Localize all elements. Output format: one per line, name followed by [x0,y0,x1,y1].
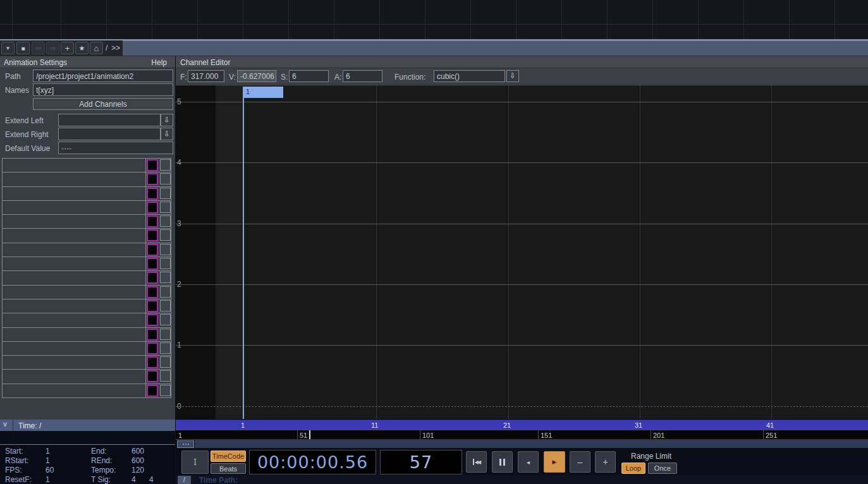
help-link[interactable]: Help [151,58,167,67]
home-button[interactable]: ⌂ [90,42,103,54]
beats-toggle-button[interactable]: Beats [211,463,246,474]
channel-flag-toggle[interactable] [160,215,171,227]
function-dropdown-button[interactable]: ⇩ [506,70,519,82]
channel-flag-toggle[interactable] [160,272,171,283]
channel-name-cell[interactable] [3,356,146,369]
channel-name-cell[interactable] [3,328,146,341]
graph-playhead[interactable] [243,87,244,419]
channel-name-cell[interactable] [3,342,146,355]
channel-name-cell[interactable] [3,187,146,200]
channel-name-cell[interactable] [3,299,146,313]
frame-ruler[interactable]: 1 11 21 31 41 [176,420,868,430]
channel-name-cell[interactable] [3,229,146,242]
global-timeline[interactable]: 1 51 101 151 201 251 [176,430,868,440]
channel-flag-toggle[interactable] [160,229,171,241]
path-field[interactable]: /project1/project1/animation2 [33,70,173,82]
play-button[interactable]: ▶ [544,451,565,473]
path-bar[interactable] [123,40,868,56]
names-field[interactable]: t[xyz] [33,83,173,96]
channel-list-row[interactable] [3,384,171,397]
channel-list-row[interactable] [3,243,171,257]
time-path-separator-button[interactable]: / [178,476,191,484]
channel-flag-toggle[interactable] [160,159,171,171]
channel-color-swatch[interactable] [147,159,158,171]
extend-left-field[interactable] [58,114,161,126]
channel-graph[interactable]: 5 4 3 2 1 0 1 [176,85,868,419]
channel-color-swatch[interactable] [147,370,158,382]
channel-flag-toggle[interactable] [160,173,171,185]
channel-list-row[interactable] [3,187,171,201]
channel-name-cell[interactable] [3,257,146,270]
scrollbar-thumb[interactable] [195,440,868,448]
channel-list-row[interactable] [3,328,171,342]
extend-left-dropdown-button[interactable]: ⇩ [161,114,173,126]
slope-field[interactable]: 6 [289,70,329,82]
channel-color-swatch[interactable] [147,329,158,341]
path-expand-label[interactable]: >> [111,44,120,52]
step-back-button[interactable]: ◂ [518,451,539,473]
dropdown-button[interactable]: ▼ [1,42,15,54]
loop-button[interactable]: Loop [621,463,645,474]
channel-color-swatch[interactable] [147,258,158,270]
channel-flag-toggle[interactable] [160,188,171,199]
selected-key-label[interactable]: 1 [244,87,283,98]
channel-name-cell[interactable] [3,271,146,284]
channel-name-cell[interactable] [3,370,146,383]
forward-button[interactable]: ⇨ [46,42,59,54]
channel-flag-toggle[interactable] [160,286,171,298]
network-editor-background[interactable] [0,0,868,39]
frame-display[interactable]: 57 [380,450,462,475]
function-field[interactable]: cubic() [434,70,505,82]
time-section-header[interactable]: ∨ Time: / [0,420,175,431]
chevron-down-icon[interactable]: ∨ [3,420,8,428]
add-channels-button[interactable]: Add Channels [33,98,173,110]
channel-name-cell[interactable] [3,159,146,172]
channel-list-row[interactable] [3,172,171,186]
favorites-button[interactable]: ★ [75,42,89,54]
extend-right-field[interactable] [58,128,161,140]
value-field[interactable]: -0.627006 [237,70,276,82]
channel-flag-toggle[interactable] [160,314,171,325]
frame-field[interactable]: 317.000 [188,70,224,82]
channel-color-swatch[interactable] [147,244,158,256]
channel-flag-toggle[interactable] [160,202,171,213]
channel-name-cell[interactable] [3,384,146,397]
channel-list-row[interactable] [3,257,171,271]
channel-list-row[interactable] [3,215,171,229]
timecode-toggle-button[interactable]: TimeCode [211,451,246,462]
zoom-in-button[interactable]: + [595,451,616,473]
channel-flag-toggle[interactable] [160,342,171,354]
channel-color-swatch[interactable] [147,356,158,368]
channel-color-swatch[interactable] [147,385,158,397]
rewind-button[interactable]: ◀◀ [466,451,487,473]
channel-color-swatch[interactable] [147,215,158,227]
channel-flag-toggle[interactable] [160,385,171,396]
channel-flag-toggle[interactable] [160,244,171,255]
channel-name-cell[interactable] [3,201,146,214]
channel-name-cell[interactable] [3,172,146,186]
pause-button[interactable] [492,451,513,473]
cursor-mode-button[interactable]: I [181,451,209,474]
channel-color-swatch[interactable] [147,173,158,185]
channel-list-row[interactable] [3,370,171,384]
channel-color-swatch[interactable] [147,229,158,241]
channel-color-swatch[interactable] [147,202,158,214]
channel-list-row[interactable] [3,286,171,299]
channel-list-row[interactable] [3,356,171,370]
path-root-label[interactable]: / [106,44,107,52]
channel-list-row[interactable] [3,271,171,285]
channel-flag-toggle[interactable] [160,356,171,368]
timecode-display[interactable]: 00:00:00.56 [249,450,376,475]
channel-name-cell[interactable] [3,313,146,327]
channel-flag-toggle[interactable] [160,370,171,382]
extend-right-dropdown-button[interactable]: ⇩ [161,128,173,140]
channel-color-swatch[interactable] [147,342,158,354]
channel-name-cell[interactable] [3,243,146,257]
channel-list-row[interactable] [3,201,171,215]
default-value-field[interactable]: ---- [58,142,173,154]
channel-name-cell[interactable] [3,286,146,299]
channel-list-row[interactable] [3,159,171,172]
channel-list-row[interactable] [3,229,171,243]
accel-field[interactable]: 6 [343,70,382,82]
timeline-scrollbar[interactable] [176,440,868,449]
